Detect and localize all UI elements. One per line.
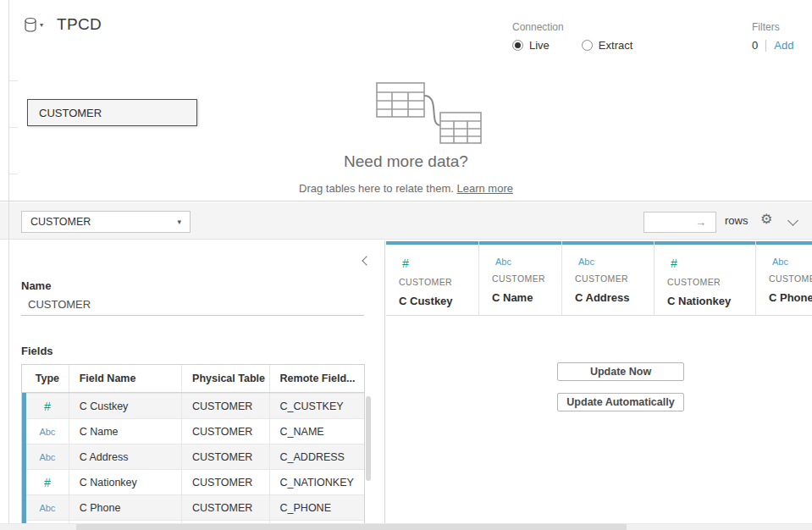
field-name-cell: C Address (69, 444, 182, 469)
grid-column-field: C Name (492, 291, 561, 304)
name-label: Name (21, 279, 51, 292)
collapse-panel-icon[interactable] (362, 256, 371, 265)
table-row[interactable]: # C Nationkey CUSTOMER C_NATIONKEY (22, 469, 364, 494)
page-title: TPCD (57, 15, 102, 34)
col-header-type[interactable]: Type (22, 365, 69, 392)
table-row[interactable]: Abc C Address CUSTOMER C_ADDRESS (22, 444, 364, 469)
divider (765, 40, 766, 52)
rows-count-input[interactable] (644, 213, 695, 232)
database-icon[interactable]: ▾ (24, 17, 43, 33)
caret-down-icon: ▾ (177, 218, 181, 226)
left-pane-divider[interactable] (8, 0, 9, 530)
table-name-input[interactable]: CUSTOMER (21, 293, 364, 316)
remote-field-cell: C_NATIONKEY (270, 470, 364, 494)
remote-field-cell: C_NAME (270, 419, 364, 444)
fields-table-accent-bar (22, 393, 26, 530)
arrow-right-icon: → (695, 216, 706, 229)
empty-state-hint-text: Drag tables here to relate them. (299, 182, 456, 195)
data-preview-grid: # CUSTOMER C Custkey Abc CUSTOMER C Name… (386, 240, 812, 530)
field-name-cell: C Custkey (69, 394, 182, 418)
col-header-physical-table[interactable]: Physical Table (182, 365, 270, 392)
table-row[interactable]: Abc C Name CUSTOMER C_NAME (22, 418, 364, 444)
learn-more-link[interactable]: Learn more (456, 182, 512, 195)
physical-table-cell: CUSTOMER (182, 394, 270, 418)
rows-count-box: → (644, 212, 716, 233)
grid-column-table: CUSTOMER (575, 273, 654, 284)
radio-live-button[interactable] (512, 40, 523, 51)
filters-label: Filters (752, 21, 793, 33)
filters-section: Filters 0 Add (752, 21, 793, 52)
table-selector-dropdown[interactable]: CUSTOMER ▾ (21, 211, 191, 233)
string-type-icon: Abc (578, 257, 654, 267)
field-name-cell: C Nationkey (69, 470, 182, 494)
radio-live-label: Live (529, 39, 550, 52)
radio-live[interactable]: Live (512, 39, 550, 52)
grid-column-table: CUSTOMER (667, 277, 755, 287)
number-type-icon: # (44, 476, 51, 489)
grid-column-field: C Address (575, 291, 654, 304)
database-cylinder-icon (24, 17, 38, 33)
connection-label: Connection (512, 21, 632, 33)
table-selector-value: CUSTOMER (30, 216, 91, 228)
remote-field-cell: C_CUSTKEY (270, 394, 364, 418)
connection-section: Connection Live Extract (512, 21, 632, 52)
left-strip-tick (9, 174, 18, 174)
string-type-icon: Abc (495, 257, 561, 267)
update-automatically-button[interactable]: Update Automatically (557, 393, 684, 411)
string-type-icon: Abc (39, 427, 55, 437)
grid-column-header[interactable]: Abc CUSTOMER C Name (479, 241, 562, 316)
left-strip-tick (9, 127, 18, 128)
string-type-icon: Abc (772, 257, 812, 267)
grid-column-field: C Phone (769, 291, 812, 304)
filters-count: 0 (752, 39, 758, 52)
radio-extract[interactable]: Extract (582, 39, 632, 52)
remote-field-cell: C_ADDRESS (270, 444, 364, 469)
empty-state-hint: Drag tables here to relate them. Learn m… (0, 182, 812, 195)
table-row[interactable]: # C Custkey CUSTOMER C_CUSTKEY (22, 393, 364, 418)
table-row[interactable]: Abc C Phone CUSTOMER C_PHONE (22, 494, 364, 520)
grid-header-row: # CUSTOMER C Custkey Abc CUSTOMER C Name… (386, 241, 812, 316)
bottom-pane: Name CUSTOMER Fields Type Field Name Phy… (0, 240, 812, 530)
string-type-icon: Abc (39, 503, 55, 513)
grid-column-header[interactable]: Abc CUSTOMER C Address (562, 241, 655, 316)
radio-extract-label: Extract (599, 39, 632, 52)
col-header-field-name[interactable]: Field Name (69, 365, 182, 392)
grid-column-table: CUSTOMER (769, 273, 812, 284)
relate-tables-illustration (373, 79, 484, 146)
gear-icon[interactable]: ⚙ (760, 211, 772, 227)
caret-down-icon: ▾ (40, 21, 43, 29)
fields-table: Type Field Name Physical Table Remote Fi… (21, 364, 365, 530)
number-type-icon: # (402, 257, 478, 270)
update-now-button[interactable]: Update Now (557, 362, 684, 381)
table-pill-customer[interactable]: CUSTOMER (27, 99, 197, 126)
grid-column-table: CUSTOMER (492, 273, 561, 284)
grid-column-field: C Custkey (399, 295, 478, 307)
datagrid-toolbar: CUSTOMER ▾ → rows ⚙ (0, 202, 812, 240)
grid-column-table: CUSTOMER (399, 277, 478, 287)
string-type-icon: Abc (39, 452, 55, 462)
tableau-datasource-page: ▾ TPCD Connection Live Extract Filters 0 (0, 0, 812, 530)
physical-table-cell: CUSTOMER (182, 444, 270, 469)
horizontal-scrollbar-track[interactable] (0, 523, 812, 530)
left-strip-tick (9, 80, 18, 81)
horizontal-scrollbar-thumb[interactable] (76, 524, 627, 530)
field-name-cell: C Phone (69, 495, 182, 520)
field-name-cell: C Name (69, 419, 182, 444)
rows-label: rows (725, 214, 748, 227)
grid-column-header[interactable]: # CUSTOMER C Custkey (386, 241, 479, 316)
chevron-down-icon[interactable] (787, 215, 798, 226)
physical-table-cell: CUSTOMER (182, 495, 270, 520)
grid-column-header[interactable]: Abc CUSTOMER C Phone (756, 241, 812, 316)
relationship-canvas: ▾ TPCD Connection Live Extract Filters 0 (0, 0, 812, 202)
table-details-panel: Name CUSTOMER Fields Type Field Name Phy… (0, 240, 385, 530)
col-header-remote-field[interactable]: Remote Field... (270, 365, 364, 392)
number-type-icon: # (44, 400, 51, 413)
fields-table-scrollbar[interactable] (366, 396, 371, 481)
physical-table-cell: CUSTOMER (182, 470, 270, 494)
fields-table-header-row: Type Field Name Physical Table Remote Fi… (22, 365, 364, 393)
add-filter-link[interactable]: Add (774, 39, 793, 52)
physical-table-cell: CUSTOMER (182, 419, 270, 444)
grid-column-field: C Nationkey (667, 295, 755, 307)
grid-column-header[interactable]: # CUSTOMER C Nationkey (655, 241, 756, 316)
radio-extract-button[interactable] (582, 40, 593, 51)
